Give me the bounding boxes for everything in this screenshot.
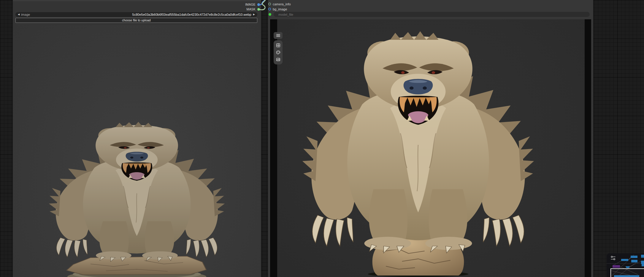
bear-3d-model (286, 19, 550, 277)
sliders-icon[interactable] (610, 255, 616, 261)
minimap[interactable] (607, 253, 644, 277)
combo-value: 5c80e5e03a3b60b6f03eaf555ba1dafc0e4230c4… (30, 13, 251, 16)
image-preview (13, 25, 261, 277)
3d-render-area[interactable] (277, 19, 585, 277)
camera-info-label: camera_info (273, 2, 291, 6)
model-file-label: model_file (278, 13, 293, 16)
node-top-edge (13, 1, 261, 1)
model-file-widget[interactable]: model_file (274, 12, 590, 17)
camera-info-socket[interactable] (268, 3, 271, 5)
minimap-viewport-rect[interactable] (610, 268, 644, 277)
bg-image-label: bg_image (273, 7, 287, 11)
background-image-icon[interactable] (276, 57, 280, 62)
minimap-node (631, 260, 637, 262)
minimap-node (641, 255, 644, 258)
bg-image-input-row: bg_image (268, 7, 287, 11)
minimap-node (621, 259, 628, 261)
mask-output-row: MASK (246, 7, 260, 11)
minimap-node (642, 264, 644, 266)
image-output-socket[interactable] (257, 3, 260, 6)
palette-icon[interactable] (276, 50, 280, 55)
image-output-label: IMAGE (245, 3, 256, 6)
choose-file-button[interactable]: choose file to upload (15, 18, 257, 23)
3d-viewport[interactable] (270, 19, 591, 277)
mask-output-label: MASK (246, 7, 256, 11)
model-file-socket[interactable] (269, 13, 271, 16)
mask-output-socket[interactable] (257, 8, 260, 11)
minimap-node (631, 256, 637, 258)
bg-image-socket[interactable] (268, 8, 271, 10)
viewport-toolbar (274, 32, 283, 64)
menu-icon (276, 33, 280, 38)
preview-3d-node[interactable]: camera_info bg_image model_file (268, 0, 593, 277)
minimap-node (613, 265, 620, 268)
combo-label: image (21, 13, 30, 16)
combo-prev-arrow-icon[interactable]: ◀ (18, 12, 20, 17)
load-image-node[interactable]: IMAGE MASK ◀ image 5c80e5e03a3b60b6f03ea… (13, 0, 261, 277)
minimap-divider (607, 263, 644, 264)
bear-statue-image (37, 106, 237, 277)
minimap-node (641, 261, 644, 264)
model-file-input-row: model_file (269, 12, 590, 17)
grid-layout-icon[interactable] (276, 43, 280, 48)
image-filename-combo[interactable]: ◀ image 5c80e5e03a3b60b6f03eaf555ba1dafc… (15, 12, 257, 17)
viewport-menu-button[interactable] (274, 32, 283, 39)
camera-info-input-row: camera_info (268, 2, 291, 6)
viewport-tool-group (274, 40, 283, 64)
combo-next-arrow-icon[interactable]: ▶ (253, 12, 255, 17)
image-output-row: IMAGE (245, 2, 260, 7)
